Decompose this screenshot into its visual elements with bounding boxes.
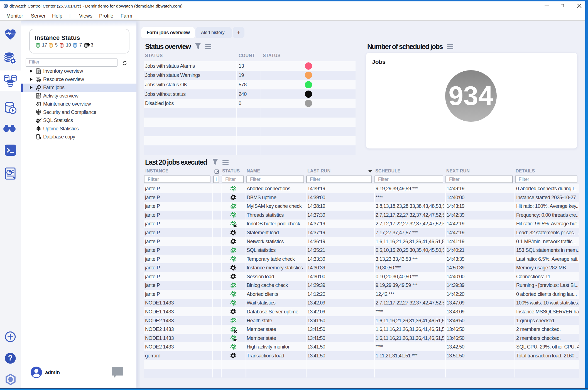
svg-text:?: ? bbox=[8, 354, 13, 362]
